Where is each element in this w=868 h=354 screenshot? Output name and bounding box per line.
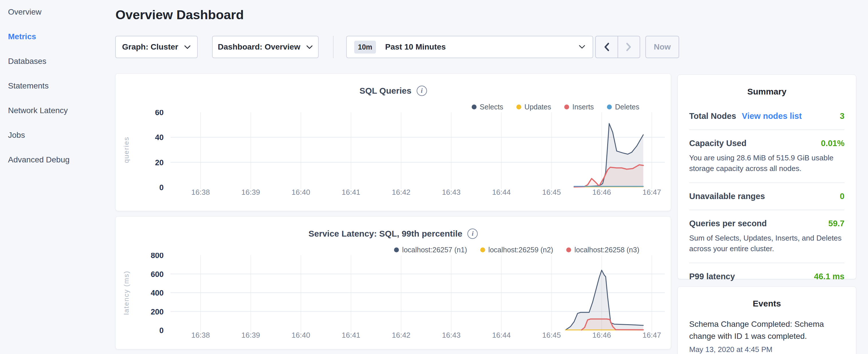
chart-svg: 16:3816:3916:4016:4116:4216:4316:4416:45… [116, 253, 669, 342]
sidebar-item-metrics[interactable]: Metrics [8, 32, 107, 41]
summary-row-value: 0.01% [821, 139, 844, 148]
sidebar-item-databases[interactable]: Databases [8, 57, 107, 66]
legend-dot-icon [517, 104, 521, 109]
summary-row-label: Total Nodes [689, 111, 736, 121]
summary-row-total-nodes: Total Nodes View nodes list 3 [689, 103, 844, 130]
summary-row-label: Queries per second [689, 219, 767, 228]
svg-text:60: 60 [155, 110, 164, 117]
dashboard-dropdown-label: Dashboard: Overview [218, 42, 300, 52]
summary-row-unavailable-ranges: Unavailable ranges 0 [689, 183, 844, 210]
svg-text:16:38: 16:38 [191, 331, 210, 340]
svg-text:0: 0 [159, 183, 164, 192]
graph-dropdown[interactable]: Graph: Cluster [115, 36, 198, 58]
svg-text:0: 0 [159, 326, 164, 335]
summary-row-description: Sum of Selects, Updates, Inserts, and De… [689, 233, 844, 254]
summary-row-value: 59.7 [829, 219, 844, 228]
svg-text:16:43: 16:43 [442, 188, 461, 196]
event-timestamp: May 13, 2020 at 4:45 PM [689, 345, 844, 354]
svg-text:20: 20 [155, 158, 164, 167]
next-range-button[interactable] [618, 36, 640, 58]
legend-dot-icon [564, 104, 569, 109]
view-nodes-list-link[interactable]: View nodes list [742, 111, 802, 121]
chart-svg: 16:3816:3916:4016:4116:4216:4316:4416:45… [116, 110, 669, 199]
legend-dot-icon [394, 248, 399, 252]
graph-dropdown-label: Graph: Cluster [122, 42, 178, 52]
svg-text:16:41: 16:41 [342, 188, 360, 196]
summary-row-value: 3 [840, 111, 844, 121]
svg-text:16:44: 16:44 [492, 331, 510, 340]
chart-plot[interactable]: 16:3816:3916:4016:4116:4216:4316:4416:45… [116, 253, 669, 342]
svg-text:16:39: 16:39 [241, 331, 260, 340]
chart-card-service-latency: Service Latency: SQL, 99th percentile i … [115, 216, 671, 349]
svg-text:16:45: 16:45 [542, 188, 561, 196]
toolbar-divider [333, 36, 334, 58]
svg-text:16:40: 16:40 [291, 331, 310, 340]
time-range-badge: 10m [354, 41, 376, 54]
svg-text:queries: queries [122, 137, 130, 163]
svg-text:16:47: 16:47 [643, 331, 661, 340]
summary-row-p99-latency: P99 latency 46.1 ms [689, 263, 844, 290]
summary-row-value: 0 [840, 192, 844, 201]
sidebar: Overview Metrics Databases Statements Ne… [0, 0, 115, 354]
info-icon[interactable]: i [467, 229, 478, 239]
event-list-item[interactable]: Schema Change Completed: Schema change w… [689, 318, 844, 354]
dashboard-dropdown[interactable]: Dashboard: Overview [212, 36, 319, 58]
sidebar-item-jobs[interactable]: Jobs [8, 131, 107, 140]
legend-dot-icon [472, 104, 476, 109]
legend-dot-icon [480, 248, 485, 252]
chevron-down-icon [306, 45, 313, 49]
page-title: Overview Dashboard [116, 7, 244, 22]
time-range-label: Past 10 Minutes [385, 42, 446, 52]
svg-text:16:45: 16:45 [542, 331, 561, 340]
svg-text:16:47: 16:47 [643, 188, 661, 196]
legend-dot-icon [566, 248, 571, 252]
events-panel: Events Schema Change Completed: Schema c… [677, 286, 856, 354]
svg-text:16:38: 16:38 [191, 188, 210, 196]
svg-text:16:46: 16:46 [592, 331, 611, 340]
summary-row-label: P99 latency [689, 272, 735, 281]
summary-panel: Summary Total Nodes View nodes list 3 Ca… [677, 74, 856, 279]
chevron-down-icon [579, 45, 585, 49]
svg-text:400: 400 [151, 289, 164, 297]
svg-text:16:39: 16:39 [241, 188, 260, 196]
sidebar-item-network-latency[interactable]: Network Latency [8, 106, 107, 115]
svg-text:16:41: 16:41 [342, 331, 360, 340]
chart-card-sql-queries: SQL Queries i SelectsUpdatesInsertsDelet… [115, 73, 671, 211]
summary-row-queries-per-second: Queries per second 59.7 Sum of Selects, … [689, 210, 844, 263]
svg-text:16:42: 16:42 [392, 331, 410, 340]
summary-row-label: Unavailable ranges [689, 192, 765, 201]
chart-title: Service Latency: SQL, 99th percentile [309, 229, 463, 238]
chart-title: SQL Queries [359, 86, 411, 96]
svg-text:16:46: 16:46 [592, 188, 611, 196]
svg-text:800: 800 [151, 253, 164, 260]
info-icon[interactable]: i [417, 86, 427, 96]
now-button[interactable]: Now [645, 36, 679, 58]
svg-text:16:44: 16:44 [492, 188, 510, 196]
summary-title: Summary [689, 87, 844, 97]
chart-plot[interactable]: 16:3816:3916:4016:4116:4216:4316:4416:45… [116, 110, 669, 199]
svg-text:16:42: 16:42 [392, 188, 410, 196]
sidebar-item-advanced-debug[interactable]: Advanced Debug [8, 155, 107, 164]
summary-row-description: You are using 28.6 MiB of 515.9 GiB usab… [689, 153, 844, 174]
svg-text:200: 200 [151, 308, 164, 316]
summary-row-capacity-used: Capacity Used 0.01% You are using 28.6 M… [689, 130, 844, 183]
events-title: Events [689, 299, 844, 309]
prev-range-button[interactable] [596, 36, 618, 58]
svg-text:16:43: 16:43 [442, 331, 461, 340]
sidebar-item-statements[interactable]: Statements [8, 81, 107, 91]
time-step-group [595, 36, 640, 58]
time-range-dropdown[interactable]: 10m Past 10 Minutes [346, 36, 593, 58]
svg-text:40: 40 [155, 133, 164, 142]
event-message: Schema Change Completed: Schema change w… [689, 318, 844, 342]
summary-row-label: Capacity Used [689, 139, 746, 148]
svg-text:latency (ms): latency (ms) [122, 271, 130, 315]
legend-dot-icon [607, 104, 612, 109]
summary-row-value: 46.1 ms [814, 272, 844, 281]
chevron-down-icon [184, 45, 191, 49]
sidebar-item-overview[interactable]: Overview [8, 7, 107, 17]
svg-text:16:40: 16:40 [291, 188, 310, 196]
svg-text:600: 600 [151, 270, 164, 279]
